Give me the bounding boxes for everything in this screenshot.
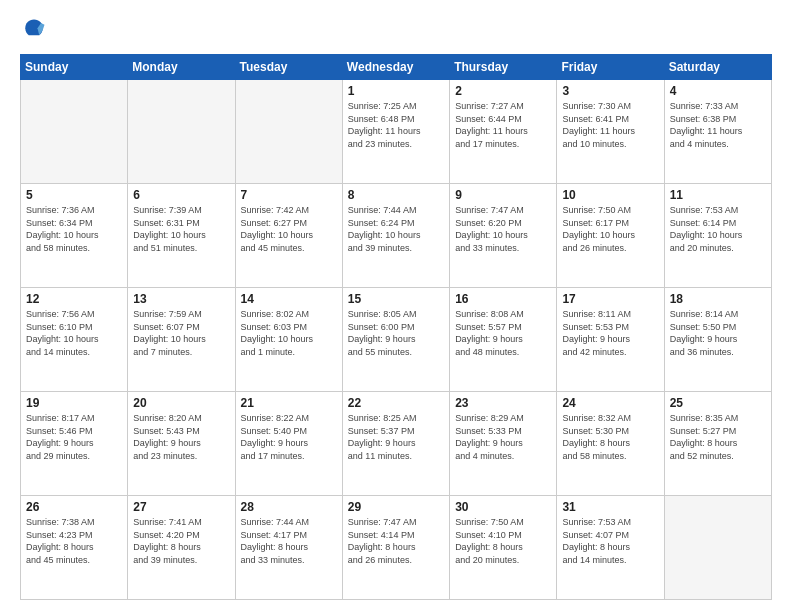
day-cell: 21Sunrise: 8:22 AM Sunset: 5:40 PM Dayli… — [235, 392, 342, 496]
day-info: Sunrise: 7:36 AM Sunset: 6:34 PM Dayligh… — [26, 204, 122, 254]
day-number: 5 — [26, 188, 122, 202]
day-cell: 24Sunrise: 8:32 AM Sunset: 5:30 PM Dayli… — [557, 392, 664, 496]
day-cell: 17Sunrise: 8:11 AM Sunset: 5:53 PM Dayli… — [557, 288, 664, 392]
day-number: 9 — [455, 188, 551, 202]
day-cell: 19Sunrise: 8:17 AM Sunset: 5:46 PM Dayli… — [21, 392, 128, 496]
logo — [20, 16, 52, 44]
day-cell: 10Sunrise: 7:50 AM Sunset: 6:17 PM Dayli… — [557, 184, 664, 288]
day-number: 11 — [670, 188, 766, 202]
day-number: 4 — [670, 84, 766, 98]
day-number: 6 — [133, 188, 229, 202]
day-number: 21 — [241, 396, 337, 410]
day-info: Sunrise: 7:53 AM Sunset: 4:07 PM Dayligh… — [562, 516, 658, 566]
day-number: 25 — [670, 396, 766, 410]
day-cell: 30Sunrise: 7:50 AM Sunset: 4:10 PM Dayli… — [450, 496, 557, 600]
day-number: 22 — [348, 396, 444, 410]
day-info: Sunrise: 7:50 AM Sunset: 4:10 PM Dayligh… — [455, 516, 551, 566]
day-cell: 25Sunrise: 8:35 AM Sunset: 5:27 PM Dayli… — [664, 392, 771, 496]
day-number: 30 — [455, 500, 551, 514]
day-cell: 18Sunrise: 8:14 AM Sunset: 5:50 PM Dayli… — [664, 288, 771, 392]
day-number: 10 — [562, 188, 658, 202]
weekday-header-sunday: Sunday — [21, 55, 128, 80]
day-number: 19 — [26, 396, 122, 410]
day-cell: 20Sunrise: 8:20 AM Sunset: 5:43 PM Dayli… — [128, 392, 235, 496]
weekday-header-monday: Monday — [128, 55, 235, 80]
calendar-table: SundayMondayTuesdayWednesdayThursdayFrid… — [20, 54, 772, 600]
logo-icon — [20, 16, 48, 44]
day-number: 7 — [241, 188, 337, 202]
day-number: 28 — [241, 500, 337, 514]
day-info: Sunrise: 8:17 AM Sunset: 5:46 PM Dayligh… — [26, 412, 122, 462]
day-number: 18 — [670, 292, 766, 306]
week-row-2: 12Sunrise: 7:56 AM Sunset: 6:10 PM Dayli… — [21, 288, 772, 392]
day-cell — [235, 80, 342, 184]
day-cell — [664, 496, 771, 600]
day-number: 16 — [455, 292, 551, 306]
day-cell: 15Sunrise: 8:05 AM Sunset: 6:00 PM Dayli… — [342, 288, 449, 392]
day-info: Sunrise: 7:27 AM Sunset: 6:44 PM Dayligh… — [455, 100, 551, 150]
day-info: Sunrise: 7:25 AM Sunset: 6:48 PM Dayligh… — [348, 100, 444, 150]
day-info: Sunrise: 8:05 AM Sunset: 6:00 PM Dayligh… — [348, 308, 444, 358]
day-cell: 9Sunrise: 7:47 AM Sunset: 6:20 PM Daylig… — [450, 184, 557, 288]
day-cell: 2Sunrise: 7:27 AM Sunset: 6:44 PM Daylig… — [450, 80, 557, 184]
week-row-1: 5Sunrise: 7:36 AM Sunset: 6:34 PM Daylig… — [21, 184, 772, 288]
day-cell: 16Sunrise: 8:08 AM Sunset: 5:57 PM Dayli… — [450, 288, 557, 392]
day-number: 29 — [348, 500, 444, 514]
weekday-header-thursday: Thursday — [450, 55, 557, 80]
day-number: 13 — [133, 292, 229, 306]
day-info: Sunrise: 8:29 AM Sunset: 5:33 PM Dayligh… — [455, 412, 551, 462]
day-info: Sunrise: 7:39 AM Sunset: 6:31 PM Dayligh… — [133, 204, 229, 254]
day-info: Sunrise: 7:42 AM Sunset: 6:27 PM Dayligh… — [241, 204, 337, 254]
day-info: Sunrise: 7:53 AM Sunset: 6:14 PM Dayligh… — [670, 204, 766, 254]
day-cell — [128, 80, 235, 184]
day-cell: 26Sunrise: 7:38 AM Sunset: 4:23 PM Dayli… — [21, 496, 128, 600]
day-info: Sunrise: 7:44 AM Sunset: 4:17 PM Dayligh… — [241, 516, 337, 566]
day-number: 15 — [348, 292, 444, 306]
day-info: Sunrise: 7:47 AM Sunset: 6:20 PM Dayligh… — [455, 204, 551, 254]
page: SundayMondayTuesdayWednesdayThursdayFrid… — [0, 0, 792, 612]
day-cell: 6Sunrise: 7:39 AM Sunset: 6:31 PM Daylig… — [128, 184, 235, 288]
day-cell: 13Sunrise: 7:59 AM Sunset: 6:07 PM Dayli… — [128, 288, 235, 392]
day-number: 23 — [455, 396, 551, 410]
day-cell: 11Sunrise: 7:53 AM Sunset: 6:14 PM Dayli… — [664, 184, 771, 288]
day-cell: 27Sunrise: 7:41 AM Sunset: 4:20 PM Dayli… — [128, 496, 235, 600]
day-cell: 14Sunrise: 8:02 AM Sunset: 6:03 PM Dayli… — [235, 288, 342, 392]
day-info: Sunrise: 7:38 AM Sunset: 4:23 PM Dayligh… — [26, 516, 122, 566]
weekday-header-tuesday: Tuesday — [235, 55, 342, 80]
week-row-3: 19Sunrise: 8:17 AM Sunset: 5:46 PM Dayli… — [21, 392, 772, 496]
day-info: Sunrise: 8:20 AM Sunset: 5:43 PM Dayligh… — [133, 412, 229, 462]
day-info: Sunrise: 8:22 AM Sunset: 5:40 PM Dayligh… — [241, 412, 337, 462]
header — [20, 16, 772, 44]
day-cell: 12Sunrise: 7:56 AM Sunset: 6:10 PM Dayli… — [21, 288, 128, 392]
day-cell: 28Sunrise: 7:44 AM Sunset: 4:17 PM Dayli… — [235, 496, 342, 600]
day-info: Sunrise: 8:11 AM Sunset: 5:53 PM Dayligh… — [562, 308, 658, 358]
day-number: 8 — [348, 188, 444, 202]
weekday-header-saturday: Saturday — [664, 55, 771, 80]
day-cell: 3Sunrise: 7:30 AM Sunset: 6:41 PM Daylig… — [557, 80, 664, 184]
day-number: 14 — [241, 292, 337, 306]
day-cell — [21, 80, 128, 184]
day-info: Sunrise: 7:30 AM Sunset: 6:41 PM Dayligh… — [562, 100, 658, 150]
day-cell: 22Sunrise: 8:25 AM Sunset: 5:37 PM Dayli… — [342, 392, 449, 496]
day-info: Sunrise: 8:32 AM Sunset: 5:30 PM Dayligh… — [562, 412, 658, 462]
week-row-4: 26Sunrise: 7:38 AM Sunset: 4:23 PM Dayli… — [21, 496, 772, 600]
day-cell: 29Sunrise: 7:47 AM Sunset: 4:14 PM Dayli… — [342, 496, 449, 600]
day-number: 31 — [562, 500, 658, 514]
day-info: Sunrise: 7:41 AM Sunset: 4:20 PM Dayligh… — [133, 516, 229, 566]
day-number: 3 — [562, 84, 658, 98]
day-cell: 5Sunrise: 7:36 AM Sunset: 6:34 PM Daylig… — [21, 184, 128, 288]
day-info: Sunrise: 7:44 AM Sunset: 6:24 PM Dayligh… — [348, 204, 444, 254]
day-cell: 31Sunrise: 7:53 AM Sunset: 4:07 PM Dayli… — [557, 496, 664, 600]
day-info: Sunrise: 7:59 AM Sunset: 6:07 PM Dayligh… — [133, 308, 229, 358]
day-number: 26 — [26, 500, 122, 514]
day-number: 27 — [133, 500, 229, 514]
day-cell: 8Sunrise: 7:44 AM Sunset: 6:24 PM Daylig… — [342, 184, 449, 288]
day-number: 20 — [133, 396, 229, 410]
day-cell: 23Sunrise: 8:29 AM Sunset: 5:33 PM Dayli… — [450, 392, 557, 496]
week-row-0: 1Sunrise: 7:25 AM Sunset: 6:48 PM Daylig… — [21, 80, 772, 184]
day-cell: 7Sunrise: 7:42 AM Sunset: 6:27 PM Daylig… — [235, 184, 342, 288]
weekday-header-friday: Friday — [557, 55, 664, 80]
day-info: Sunrise: 7:56 AM Sunset: 6:10 PM Dayligh… — [26, 308, 122, 358]
day-number: 2 — [455, 84, 551, 98]
day-info: Sunrise: 8:08 AM Sunset: 5:57 PM Dayligh… — [455, 308, 551, 358]
